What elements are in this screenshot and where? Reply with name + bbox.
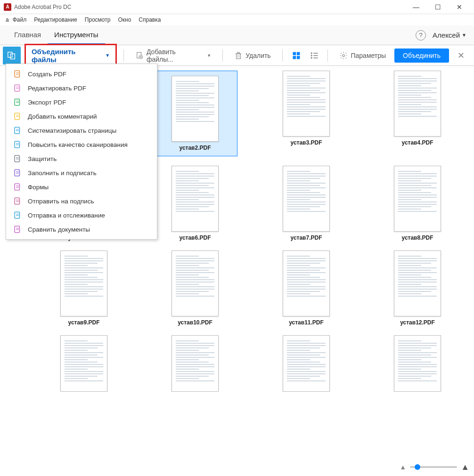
tab-row: Главная Инструменты ? Алексей ▼: [0, 25, 474, 45]
combine-tool-icon[interactable]: [3, 47, 21, 65]
dropdown-item-10[interactable]: Отправка и отслеживание: [6, 208, 157, 222]
dropdown-item-5[interactable]: Повысить качество сканирования: [6, 137, 157, 152]
compare-docs-icon: [13, 225, 22, 234]
file-label: устав9.PDF: [68, 319, 100, 326]
svg-rect-49: [15, 198, 20, 204]
svg-rect-43: [15, 169, 20, 176]
delete-label: Удалить: [245, 52, 270, 59]
menu-file[interactable]: Файл: [9, 15, 31, 24]
dropdown-item-label: Отправить на подпись: [28, 198, 94, 205]
send-track-icon: [13, 210, 22, 220]
svg-rect-11: [293, 52, 296, 55]
zoom-slider[interactable]: [410, 466, 457, 468]
dropdown-item-3[interactable]: Добавить комментарий: [6, 109, 157, 123]
svg-rect-34: [15, 127, 20, 134]
dropdown-item-1[interactable]: Редактировать PDF: [6, 81, 157, 95]
forms-icon: [13, 182, 22, 192]
file-thumbnail: [283, 250, 330, 316]
enhance-scan-icon: [13, 140, 22, 149]
dropdown-item-11[interactable]: Сравнить документы: [6, 222, 157, 236]
file-item[interactable]: [37, 335, 131, 392]
app-title: Adobe Acrobat Pro DC: [14, 4, 71, 10]
dropdown-item-label: Формы: [28, 184, 49, 191]
tab-tools[interactable]: Инструменты: [48, 26, 105, 44]
file-item[interactable]: устав6.PDF: [148, 166, 242, 241]
create-pdf-icon: [13, 69, 22, 79]
file-thumbnail: [60, 250, 107, 316]
file-thumbnail: [60, 335, 107, 392]
menu-window[interactable]: Окно: [114, 15, 135, 24]
svg-point-17: [311, 55, 312, 56]
dropdown-item-6[interactable]: Защитить: [6, 152, 157, 166]
file-item[interactable]: [370, 335, 465, 392]
file-thumbnail: [394, 71, 441, 137]
minimize-button[interactable]: —: [405, 0, 427, 14]
file-item[interactable]: устав8.PDF: [370, 166, 465, 241]
file-item[interactable]: [259, 335, 353, 392]
dropdown-item-9[interactable]: Отправить на подпись: [6, 194, 157, 208]
list-view-button[interactable]: [307, 48, 321, 63]
export-pdf-icon: [13, 97, 22, 107]
file-label: устав6.PDF: [180, 234, 211, 241]
menubar: а Файл Редактирование Просмотр Окно Спра…: [0, 14, 474, 25]
svg-rect-12: [296, 52, 300, 55]
close-button[interactable]: ✕: [449, 0, 470, 14]
grid-view-button[interactable]: [289, 48, 303, 63]
dropdown-item-8[interactable]: Формы: [6, 180, 157, 194]
svg-rect-52: [15, 212, 20, 218]
dropdown-item-2[interactable]: Экспорт PDF: [6, 95, 157, 109]
dropdown-item-label: Систематизировать страницы: [28, 127, 116, 134]
file-item[interactable]: устав3.PDF: [259, 71, 353, 156]
file-item[interactable]: устав9.PDF: [37, 250, 131, 326]
dropdown-item-label: Добавить комментарий: [28, 113, 97, 120]
params-label: Параметры: [351, 52, 386, 59]
dropdown-item-7[interactable]: Заполнить и подписать: [6, 166, 157, 180]
zoom-in-icon[interactable]: ▲: [461, 462, 469, 472]
maximize-button[interactable]: ☐: [427, 0, 449, 14]
delete-button[interactable]: Удалить: [229, 48, 275, 63]
help-icon[interactable]: ?: [416, 30, 426, 40]
menu-help[interactable]: Справка: [135, 15, 164, 24]
file-thumbnail: [283, 166, 330, 232]
chevron-down-icon: ▼: [207, 53, 211, 58]
tools-dropdown: Создать PDFРедактировать PDFЭкспорт PDFД…: [6, 64, 157, 240]
close-panel-button[interactable]: ✕: [453, 50, 469, 61]
zoom-bar: ▲ ▲: [0, 462, 469, 472]
svg-rect-22: [15, 71, 20, 77]
tab-home[interactable]: Главная: [8, 26, 48, 44]
edit-pdf-icon: [13, 83, 22, 93]
file-label: устав11.PDF: [289, 319, 324, 326]
zoom-out-icon[interactable]: ▲: [400, 463, 406, 471]
file-item[interactable]: устав2.PDF: [148, 71, 242, 156]
combine-action-button[interactable]: Объединить: [394, 48, 449, 63]
dropdown-item-label: Повысить качество сканирования: [28, 141, 128, 148]
menu-view[interactable]: Просмотр: [81, 15, 114, 24]
add-files-label: Добавить файлы...: [147, 48, 204, 63]
file-item[interactable]: устав4.PDF: [370, 71, 465, 156]
organize-pages-icon: [13, 126, 22, 135]
file-thumbnail: [394, 166, 441, 232]
file-label: устав8.PDF: [402, 234, 433, 241]
dropdown-item-label: Отправка и отслеживание: [28, 212, 105, 219]
file-item[interactable]: устав10.PDF: [148, 250, 242, 326]
user-menu[interactable]: Алексей ▼: [433, 31, 466, 39]
file-item[interactable]: [148, 335, 242, 392]
toolbar: Объединить файлы ▼ Добавить файлы... ▼ У…: [0, 45, 474, 66]
dropdown-item-4[interactable]: Систематизировать страницы: [6, 123, 157, 137]
svg-point-19: [311, 57, 312, 58]
file-label: устав2.PDF: [180, 145, 211, 151]
file-item[interactable]: устав11.PDF: [259, 250, 353, 326]
svg-rect-10: [237, 52, 240, 54]
add-files-button[interactable]: Добавить файлы... ▼: [131, 45, 216, 66]
comment-icon: [13, 112, 22, 121]
svg-rect-0: [8, 52, 12, 57]
dropdown-item-label: Редактировать PDF: [28, 85, 86, 92]
dropdown-item-label: Создать PDF: [28, 71, 66, 78]
menu-edit[interactable]: Редактирование: [30, 15, 81, 24]
file-item[interactable]: устав7.PDF: [259, 166, 353, 241]
svg-rect-1: [10, 54, 15, 59]
dropdown-item-0[interactable]: Создать PDF: [6, 67, 157, 81]
file-item[interactable]: устав12.PDF: [370, 250, 465, 326]
shield-icon: [13, 154, 22, 163]
params-button[interactable]: Параметры: [335, 48, 391, 63]
